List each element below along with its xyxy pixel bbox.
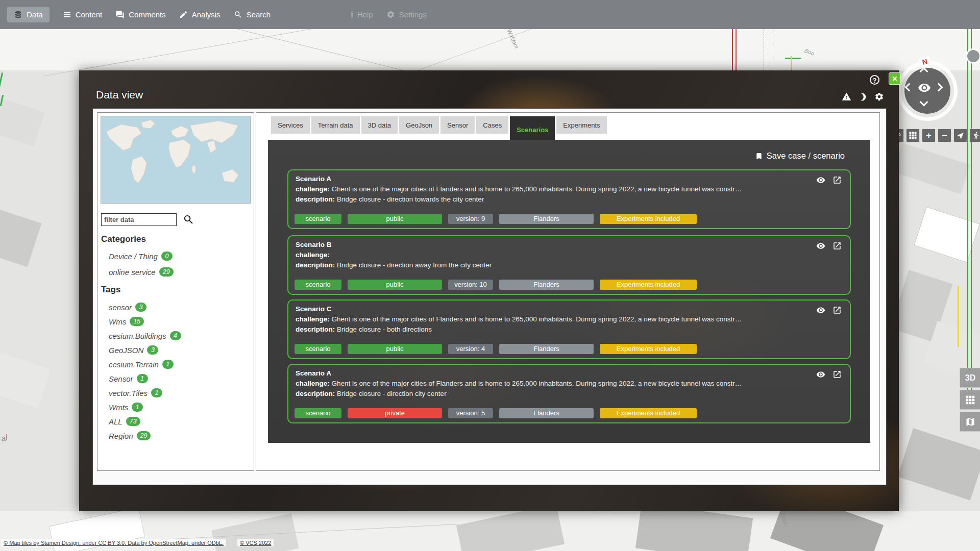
open-external-icon[interactable] (832, 306, 842, 315)
app-screen: Waldam Boo Coun al N + − (0, 0, 980, 551)
map-road (958, 286, 959, 347)
tab-cases[interactable]: Cases (476, 116, 508, 134)
scenario-card[interactable]: Scenario B challenge: description: Bridg… (287, 235, 851, 295)
3d-toggle-button[interactable]: 3D (960, 368, 980, 388)
tag-count-badge: 1 (151, 388, 162, 397)
pencil-icon (179, 10, 188, 19)
basemap-button[interactable] (960, 412, 980, 432)
badge-visibility: private (348, 408, 442, 418)
badge-visibility: public (348, 214, 442, 224)
zoom-in-button[interactable]: + (922, 129, 936, 142)
hamburger-icon (63, 11, 71, 18)
tiles-attribution-link[interactable]: © Map tiles by Stamen Design, under CC B… (1, 539, 226, 546)
settings-gear-icon[interactable] (874, 92, 884, 102)
map-building-shape (0, 93, 45, 146)
tag-item[interactable]: Wmts1 (109, 403, 143, 412)
layers-grid-button[interactable] (960, 390, 980, 410)
nav-item-settings[interactable]: Settings (386, 10, 427, 19)
card-actions (815, 370, 842, 379)
tag-label: Sensor (109, 374, 133, 383)
challenge-text: Ghent is one of the major cities of Flan… (332, 380, 742, 387)
nav-label: Search (247, 10, 271, 19)
badge-experiments: Experiments included (600, 408, 697, 418)
card-challenge: challenge: Ghent is one of the major cit… (296, 314, 775, 324)
tab-services[interactable]: Services (271, 116, 310, 134)
tag-item[interactable]: GeoJSON3 (109, 345, 158, 355)
scenario-card[interactable]: Scenario A challenge: Ghent is one of th… (287, 364, 851, 423)
tag-item[interactable]: ALL73 (109, 417, 140, 426)
tab-terrain-data[interactable]: Terrain data (311, 116, 360, 134)
grid-button[interactable] (906, 129, 920, 142)
nav-item-search[interactable]: Search (234, 10, 271, 19)
tag-count-badge: 3 (147, 345, 158, 355)
filter-input[interactable] (101, 213, 177, 226)
pedestrian-button[interactable] (969, 129, 980, 142)
nav-item-data[interactable]: Data (7, 7, 50, 22)
tag-item[interactable]: cesium.Buildings4 (109, 331, 181, 340)
open-external-icon[interactable] (832, 370, 842, 379)
tab-sensor[interactable]: Sensor (440, 116, 475, 134)
top-navigation: Data Content Comments Analysis Search i … (0, 0, 980, 29)
scenario-card[interactable]: Scenario C challenge: Ghent is one of th… (287, 299, 851, 359)
category-item[interactable]: Device / Thing 0 (109, 252, 173, 261)
card-actions (815, 306, 842, 315)
tag-count-badge: 29 (137, 431, 151, 440)
tag-count-badge: 1 (162, 360, 174, 369)
help-icon[interactable]: ? (870, 75, 879, 85)
nav-item-content[interactable]: Content (63, 10, 103, 19)
filter-search-icon[interactable] (183, 214, 194, 226)
close-icon[interactable]: ✕ (889, 72, 901, 85)
map-road (971, 29, 972, 391)
challenge-label: challenge: (296, 185, 330, 193)
nav-item-analysis[interactable]: Analysis (179, 10, 220, 19)
warning-icon[interactable] (841, 92, 852, 102)
nav-item-help[interactable]: i Help (351, 10, 373, 20)
category-item[interactable]: online service 29 (109, 267, 174, 277)
open-external-icon[interactable] (832, 241, 842, 251)
eye-icon[interactable] (918, 81, 931, 94)
north-indicator: N (918, 56, 932, 68)
world-map-thumbnail[interactable] (101, 116, 251, 204)
vcs-attribution-link[interactable]: © VCS 2022 (237, 539, 274, 546)
tag-item[interactable]: sensor3 (109, 303, 146, 312)
map-side-toolbar: 3D (960, 368, 980, 432)
card-actions (815, 176, 842, 185)
tag-item[interactable]: Region29 (109, 431, 151, 440)
zoom-out-button[interactable]: − (938, 129, 951, 142)
challenge-label: challenge: (296, 251, 330, 259)
badge-experiments: Experiments included (600, 280, 697, 290)
description-text: Bridge closure - both directions (337, 325, 432, 333)
map-view-button[interactable] (966, 48, 980, 64)
eye-icon[interactable] (815, 306, 827, 315)
eye-icon[interactable] (815, 176, 827, 185)
compass-control[interactable]: N (897, 61, 958, 121)
locate-button[interactable] (953, 129, 967, 142)
nav-item-comments[interactable]: Comments (115, 10, 166, 19)
tab-experiments[interactable]: Experiments (556, 116, 606, 134)
tab-3d-data[interactable]: 3D data (361, 116, 398, 134)
map-top-strip (0, 29, 980, 70)
category-count-badge: 29 (159, 267, 174, 277)
tag-count-badge: 73 (126, 417, 140, 426)
moon-icon[interactable] (859, 92, 868, 102)
tab-geojson[interactable]: GeoJson (399, 116, 439, 134)
tab-scenarios[interactable]: Scenarios (510, 116, 555, 143)
tag-label: cesium.Buildings (109, 332, 166, 340)
tag-item[interactable]: cesium.Terrain1 (109, 360, 174, 369)
eye-icon[interactable] (815, 370, 827, 379)
tag-label: vector.Tiles (109, 389, 148, 397)
open-external-icon[interactable] (832, 176, 842, 185)
nav-label: Comments (129, 10, 166, 19)
tag-item[interactable]: vector.Tiles1 (109, 388, 162, 397)
tags-heading: Tags (101, 285, 120, 295)
tag-item[interactable]: Wms15 (109, 317, 144, 326)
badge-version: version: 9 (448, 214, 493, 224)
scenario-card[interactable]: Scenario A challenge: Ghent is one of th… (287, 169, 851, 229)
save-case-scenario-button[interactable]: Save case / scenario (755, 151, 845, 161)
card-description: description: Bridge closure - direction … (296, 260, 775, 270)
tag-item[interactable]: Sensor1 (109, 374, 148, 383)
eye-icon[interactable] (815, 241, 827, 251)
badge-region: Flanders (499, 214, 594, 224)
filter-row (101, 213, 194, 226)
tag-label: Wms (109, 317, 126, 326)
